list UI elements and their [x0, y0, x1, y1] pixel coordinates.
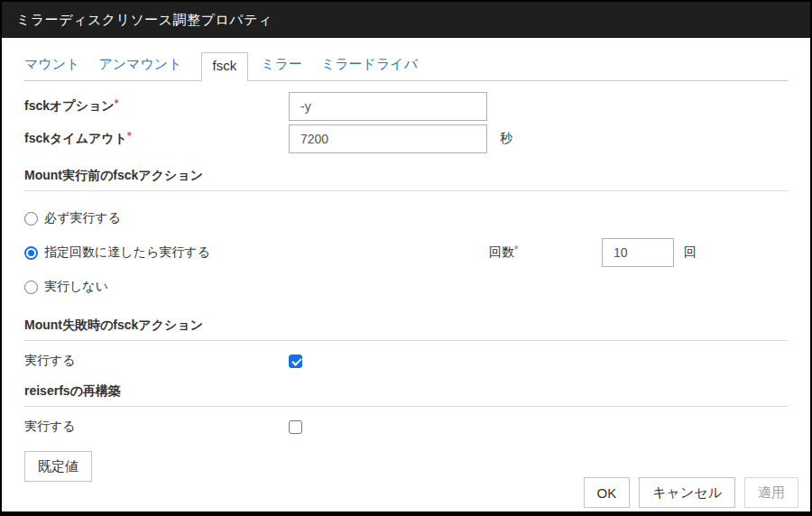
- tab-mirror-driver[interactable]: ミラードライバ: [321, 51, 418, 80]
- fsck-option-row: fsckオプション*: [24, 92, 788, 121]
- ok-button[interactable]: OK: [584, 477, 631, 508]
- fsck-timeout-label: fsckタイムアウト*: [24, 131, 289, 147]
- radio-do-not-execute[interactable]: [24, 281, 38, 294]
- radio-always-execute-label[interactable]: 必ず実行する: [44, 210, 121, 226]
- radio-row-always-execute: 必ず実行する: [24, 209, 788, 227]
- reiserfs-execute-row: 実行する: [24, 418, 788, 436]
- dialog-title: ミラーディスクリソース調整プロパティ: [16, 12, 272, 29]
- required-asterisk: *: [514, 244, 519, 256]
- required-asterisk: *: [127, 130, 132, 143]
- apply-button[interactable]: 適用: [744, 477, 798, 508]
- tab-fsck[interactable]: fsck: [201, 52, 249, 81]
- required-asterisk: *: [115, 97, 119, 110]
- radio-do-not-execute-label[interactable]: 実行しない: [44, 279, 108, 295]
- count-input[interactable]: [602, 238, 674, 267]
- footer-button-bar: OK キャンセル 適用: [584, 477, 798, 508]
- tab-bar: マウント アンマウント fsck ミラー ミラードライバ: [24, 53, 788, 81]
- radio-row-do-not-execute: 実行しない: [24, 278, 788, 296]
- fsck-option-label: fsckオプション*: [24, 98, 289, 115]
- radio-execute-at-count[interactable]: [24, 246, 38, 260]
- form-area: fsckオプション* fsckタイムアウト* 秒 Mount実行前のfsckアク…: [2, 92, 810, 482]
- fsck-option-label-text: fsckオプション: [24, 98, 115, 113]
- count-unit: 回: [684, 244, 697, 261]
- dialog-titlebar: ミラーディスクリソース調整プロパティ: [2, 2, 810, 38]
- mount-fail-execute-row: 実行する: [24, 352, 788, 370]
- radio-always-execute[interactable]: [24, 212, 38, 226]
- mount-fail-section-header: Mount失敗時のfsckアクション: [24, 318, 788, 341]
- reiserfs-execute-checkbox[interactable]: [289, 420, 302, 434]
- reiserfs-execute-label: 実行する: [24, 419, 289, 435]
- mirror-disk-tuning-dialog: ミラーディスクリソース調整プロパティ マウント アンマウント fsck ミラー …: [0, 0, 812, 516]
- fsck-timeout-unit: 秒: [500, 131, 512, 147]
- radio-row-execute-at-count: 指定回数に達したら実行する 回数* 回: [24, 238, 788, 267]
- count-label: 回数*: [489, 244, 519, 261]
- mount-fail-execute-checkbox[interactable]: [289, 355, 302, 368]
- fsck-option-input[interactable]: [289, 92, 487, 121]
- radio-execute-at-count-label[interactable]: 指定回数に達したら実行する: [44, 244, 210, 261]
- default-button[interactable]: 既定値: [24, 451, 92, 482]
- fsck-timeout-input[interactable]: [289, 124, 487, 153]
- reiserfs-section-header: reiserfsの再構築: [24, 383, 788, 407]
- count-label-text: 回数: [489, 244, 514, 259]
- mount-fail-execute-label: 実行する: [24, 353, 289, 369]
- tab-mirror[interactable]: ミラー: [261, 51, 302, 80]
- pre-mount-section-header: Mount実行前のfsckアクション: [24, 168, 788, 191]
- fsck-timeout-row: fsckタイムアウト* 秒: [24, 124, 788, 153]
- tab-mount[interactable]: マウント: [24, 51, 79, 80]
- tab-unmount[interactable]: アンマウント: [98, 51, 181, 80]
- fsck-timeout-label-text: fsckタイムアウト: [24, 131, 127, 145]
- cancel-button[interactable]: キャンセル: [639, 477, 735, 508]
